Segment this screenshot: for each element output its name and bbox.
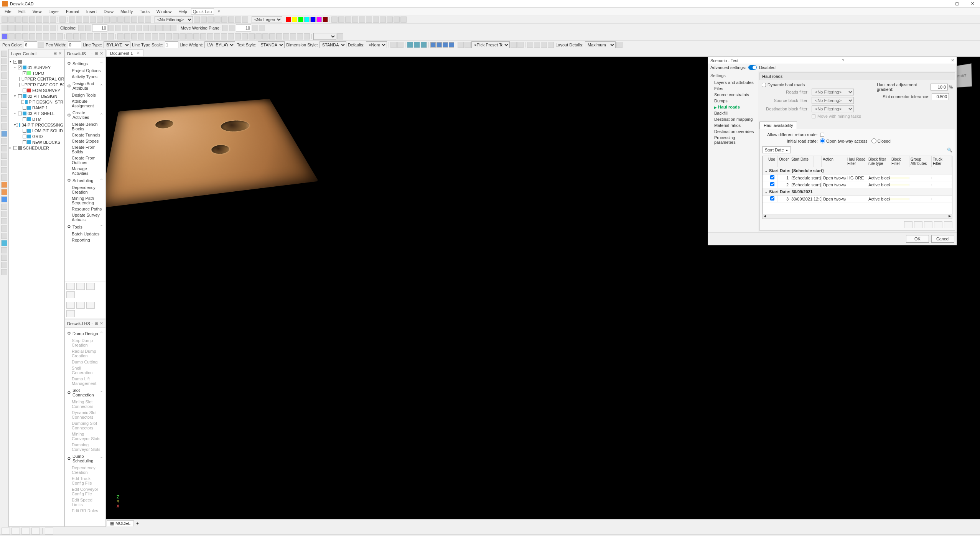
tool-icon[interactable] <box>110 16 117 23</box>
bottom-btn[interactable] <box>31 528 40 534</box>
is-btn[interactable] <box>66 302 75 309</box>
tool-icon[interactable] <box>76 16 82 23</box>
is-section-header[interactable]: ⚙Scheduling⌃ <box>66 176 104 184</box>
tool-icon[interactable] <box>249 33 255 39</box>
redo-icon[interactable] <box>50 16 56 23</box>
cursor-icon[interactable] <box>1 51 7 57</box>
menu-edit[interactable]: Edit <box>15 8 29 15</box>
maximize-button[interactable]: ▢ <box>949 1 965 6</box>
quick-launch-dropdown-icon[interactable]: ▾ <box>215 8 223 15</box>
tool-icon[interactable] <box>511 42 517 48</box>
tool-icon[interactable] <box>173 33 179 39</box>
filter-select[interactable]: <No Filtering> <box>155 16 193 23</box>
tool-icon[interactable] <box>101 33 107 39</box>
minimize-button[interactable]: — <box>934 1 949 6</box>
line-type-scale-input[interactable] <box>165 41 178 48</box>
undo-icon[interactable] <box>43 16 49 23</box>
tool-icon[interactable] <box>337 33 343 39</box>
tool-icon[interactable] <box>1 233 7 239</box>
layer-tree-row[interactable]: ▾✓01 SURVEY <box>10 64 63 70</box>
zoom-icon[interactable] <box>8 25 15 31</box>
tool-icon[interactable] <box>131 16 137 23</box>
is-section-header[interactable]: ⚙Settings⌃ <box>66 59 104 67</box>
dialog-nav-item[interactable]: Processing parameters <box>710 135 756 145</box>
is-item[interactable]: Dynamic Slot Connectors <box>66 409 104 420</box>
tool-icon[interactable] <box>1 189 7 195</box>
tool-icon[interactable] <box>117 16 124 23</box>
pin-icon[interactable]: ⊞ <box>95 321 98 326</box>
view-icon[interactable] <box>414 42 420 48</box>
tool-icon[interactable] <box>22 33 28 39</box>
tool-icon[interactable] <box>207 33 213 39</box>
menu-draw[interactable]: Draw <box>100 8 117 15</box>
clip-up-icon[interactable] <box>78 25 84 31</box>
is-btn[interactable] <box>66 283 75 290</box>
is-item[interactable]: Edit Conveyor Config File <box>66 486 104 497</box>
tool-icon[interactable] <box>214 33 220 39</box>
tool-icon[interactable] <box>180 33 186 39</box>
bottom-btn[interactable] <box>12 528 20 534</box>
dialog-nav-item[interactable]: Source constraints <box>710 92 756 98</box>
is-section-header[interactable]: ⚙Slot Connection⌃ <box>66 386 104 399</box>
tool-icon[interactable] <box>269 33 275 39</box>
menu-layer[interactable]: Layer <box>45 8 62 15</box>
tool-icon[interactable] <box>152 33 158 39</box>
tool-icon[interactable] <box>345 16 351 23</box>
zoom-icon[interactable] <box>36 25 42 31</box>
quick-launch-input[interactable] <box>191 8 214 15</box>
close-panel-icon[interactable]: ✕ <box>100 321 103 326</box>
new-icon[interactable] <box>2 16 8 23</box>
is-section-header[interactable]: ⚙Create Activities⌃ <box>66 109 104 121</box>
clip-icon[interactable] <box>163 25 170 31</box>
row-delete-button[interactable] <box>944 221 952 228</box>
layer-tree-row[interactable]: EOM SURVEY <box>10 87 63 93</box>
view-swatch[interactable] <box>436 42 442 48</box>
row-copy-button[interactable] <box>934 221 942 228</box>
tool-icon[interactable] <box>359 16 365 23</box>
dialog-nav-item[interactable]: Backfill <box>710 110 756 116</box>
tool-icon[interactable] <box>1 167 7 173</box>
paste-icon[interactable] <box>36 16 42 23</box>
tool-icon[interactable] <box>228 33 234 39</box>
initial-closed-radio[interactable] <box>871 138 876 143</box>
tool-icon[interactable] <box>541 42 547 48</box>
wp-icon[interactable] <box>259 25 265 31</box>
tool-icon[interactable] <box>124 33 130 39</box>
color-swatch-cyan[interactable] <box>304 17 310 22</box>
is-item[interactable]: Edit RR Rules <box>66 508 104 514</box>
clipping-input[interactable] <box>92 25 107 31</box>
dialog-nav-item[interactable]: Files <box>710 85 756 92</box>
is-item[interactable]: Dumping Conveyor Slots <box>66 442 104 452</box>
tool-icon[interactable] <box>221 16 227 23</box>
close-panel-icon[interactable]: ✕ <box>58 51 62 56</box>
is-item[interactable]: Radial Dump Creation <box>66 348 104 359</box>
layer-tree-row[interactable]: ✓TOPO <box>10 70 63 76</box>
tool-icon[interactable] <box>186 33 193 39</box>
view-swatch[interactable] <box>430 42 436 48</box>
color-swatch-yellow[interactable] <box>292 17 297 22</box>
view-icon[interactable] <box>407 42 413 48</box>
tool-icon[interactable] <box>338 16 344 23</box>
clip-icon[interactable] <box>108 25 114 31</box>
tool-icon[interactable] <box>1 225 7 232</box>
search-icon[interactable]: 🔍 <box>947 148 952 153</box>
color-swatch-blue[interactable] <box>310 17 316 22</box>
is-item[interactable]: Create From Solids <box>66 144 104 155</box>
tool-icon[interactable] <box>200 33 206 39</box>
tool-icon[interactable] <box>145 16 151 23</box>
is-item[interactable]: Dump Cutting <box>66 359 104 365</box>
menu-modify[interactable]: Modify <box>117 8 136 15</box>
grid-group-header[interactable]: ⌄Start Date: 30/09/2021 <box>763 188 952 196</box>
tool-icon[interactable] <box>1 247 7 253</box>
grid-row[interactable]: 1{Schedule start}Open two-way accessHG O… <box>763 174 952 181</box>
tool-icon[interactable] <box>1 123 7 130</box>
dialog-titlebar[interactable]: Scenario - Test ? ✕ <box>708 57 957 64</box>
row-use-checkbox[interactable] <box>770 196 774 201</box>
is-item[interactable]: Dependency Creation <box>66 465 104 475</box>
tool-icon[interactable] <box>283 33 289 39</box>
tool-icon[interactable] <box>1 211 7 217</box>
tool-icon[interactable] <box>464 42 471 48</box>
is-btn[interactable] <box>76 283 85 290</box>
clip-down-icon[interactable] <box>85 25 91 31</box>
is-item[interactable]: Shell Generation <box>66 365 104 376</box>
